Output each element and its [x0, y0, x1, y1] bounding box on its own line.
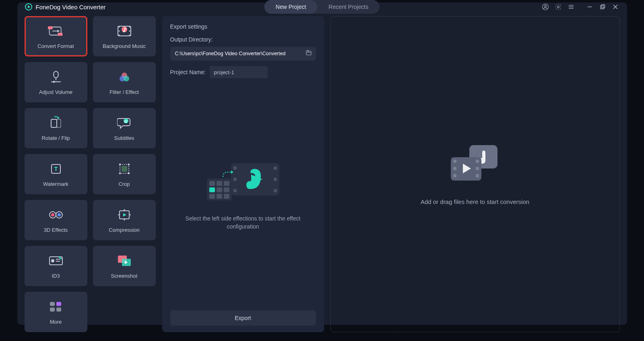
main-tabs: New Project Recent Projects [264, 0, 380, 14]
svg-rect-42 [122, 166, 127, 172]
svg-rect-95 [453, 167, 456, 170]
id3-icon [48, 254, 64, 268]
tool-label: Adjust Volume [39, 89, 72, 95]
output-dir-input[interactable]: C:\Users\pc\FoneDog Video Converter\Conv… [170, 47, 316, 60]
center-hint: Select the left side effections to start… [179, 215, 308, 231]
project-name-input[interactable] [210, 66, 268, 78]
drop-zone[interactable]: Add or drag files here to start conversi… [330, 16, 620, 332]
tool-compression[interactable]: Compression [93, 200, 156, 240]
gear-icon[interactable] [554, 2, 563, 11]
title-controls [541, 2, 620, 11]
output-dir-label: Output Directory: [170, 36, 316, 43]
menu-icon[interactable] [567, 2, 576, 11]
svg-rect-45 [119, 173, 121, 174]
svg-rect-99 [476, 174, 479, 177]
effect-placeholder-icon [203, 158, 283, 206]
main-area: Convert Format Background Music Adjust V… [17, 11, 627, 338]
tab-new-project[interactable]: New Project [264, 0, 317, 14]
tool-panel: Convert Format Background Music Adjust V… [25, 16, 156, 332]
svg-marker-35 [58, 116, 60, 119]
svg-rect-89 [217, 194, 222, 199]
output-dir-value: C:\Users\pc\FoneDog Video Converter\Conv… [175, 51, 305, 56]
tool-label: Filter / Effect [109, 89, 139, 95]
tool-label: Background Music [103, 43, 146, 49]
svg-rect-77 [274, 166, 277, 170]
tool-3d-effects[interactable]: 3D Effects [25, 200, 87, 240]
svg-rect-88 [209, 194, 215, 199]
project-name-row: Project Name: [170, 66, 316, 78]
svg-marker-54 [123, 209, 126, 211]
convert-format-icon [48, 24, 64, 38]
export-button[interactable]: Export [170, 310, 316, 326]
tab-recent-projects[interactable]: Recent Projects [317, 0, 380, 14]
svg-rect-75 [233, 178, 237, 181]
svg-rect-68 [56, 302, 61, 306]
tool-screenshot[interactable]: Screenshot [93, 246, 156, 286]
tool-label: Convert Format [37, 43, 74, 49]
screenshot-icon [116, 254, 132, 268]
drop-hint: Add or drag files here to start conversi… [421, 198, 529, 205]
svg-rect-85 [209, 187, 215, 192]
tool-subtitles[interactable]: Subtitles [93, 108, 156, 148]
svg-rect-15 [58, 33, 62, 35]
svg-rect-86 [217, 187, 222, 192]
svg-rect-70 [56, 308, 61, 312]
tool-label: Rotate / Flip [41, 135, 70, 141]
svg-rect-9 [601, 6, 604, 9]
rotate-flip-icon [48, 116, 64, 130]
tool-label: Watermark [43, 181, 68, 187]
export-settings-label: Export settings [170, 23, 316, 30]
filter-effect-icon [116, 70, 132, 84]
tool-adjust-volume[interactable]: Adjust Volume [25, 62, 87, 102]
minimize-icon[interactable] [585, 2, 594, 11]
subtitles-icon [116, 116, 132, 130]
svg-rect-69 [50, 308, 55, 312]
svg-point-26 [123, 31, 125, 32]
svg-rect-46 [128, 173, 130, 174]
folder-icon[interactable] [305, 50, 312, 58]
svg-point-20 [118, 30, 120, 31]
svg-point-22 [129, 26, 130, 27]
svg-rect-72 [307, 50, 308, 51]
tool-rotate-flip[interactable]: Rotate / Flip [25, 108, 87, 148]
svg-marker-1 [28, 5, 30, 8]
svg-marker-52 [123, 213, 126, 216]
background-music-icon [116, 24, 132, 38]
svg-rect-74 [233, 166, 237, 170]
svg-rect-10 [601, 5, 605, 8]
svg-rect-33 [51, 119, 57, 127]
compression-icon [116, 208, 132, 222]
svg-point-50 [58, 213, 61, 216]
project-name-label: Project Name: [170, 69, 206, 75]
tool-label: Screenshot [111, 273, 138, 279]
crop-icon [116, 162, 132, 176]
svg-rect-97 [476, 160, 479, 163]
maximize-icon[interactable] [598, 2, 607, 11]
svg-rect-94 [453, 160, 456, 163]
adjust-volume-icon [48, 70, 64, 84]
tool-more[interactable]: More [25, 292, 87, 332]
tool-label: More [50, 319, 62, 325]
tool-watermark[interactable]: T Watermark [25, 154, 87, 194]
tool-id3[interactable]: ID3 [25, 246, 87, 286]
tool-label: Crop [118, 181, 130, 187]
tool-crop[interactable]: Crop [93, 154, 156, 194]
svg-point-19 [118, 26, 120, 27]
user-icon[interactable] [541, 2, 550, 11]
export-panel: Export settings Output Directory: C:\Use… [162, 16, 324, 332]
svg-rect-90 [224, 194, 229, 199]
titlebar: FoneDog Video Converter New Project Rece… [17, 2, 627, 11]
tool-convert-format[interactable]: Convert Format [25, 16, 87, 56]
svg-rect-76 [233, 189, 237, 192]
svg-rect-43 [119, 164, 121, 165]
svg-point-24 [129, 34, 130, 35]
svg-rect-14 [48, 26, 53, 29]
svg-point-29 [53, 81, 55, 83]
svg-rect-34 [57, 119, 61, 127]
close-icon[interactable] [611, 2, 620, 11]
app-window: FoneDog Video Converter New Project Rece… [17, 2, 627, 325]
svg-rect-79 [274, 189, 277, 192]
tool-filter-effect[interactable]: Filter / Effect [93, 62, 156, 102]
svg-rect-84 [224, 181, 229, 186]
tool-background-music[interactable]: Background Music [93, 16, 156, 56]
